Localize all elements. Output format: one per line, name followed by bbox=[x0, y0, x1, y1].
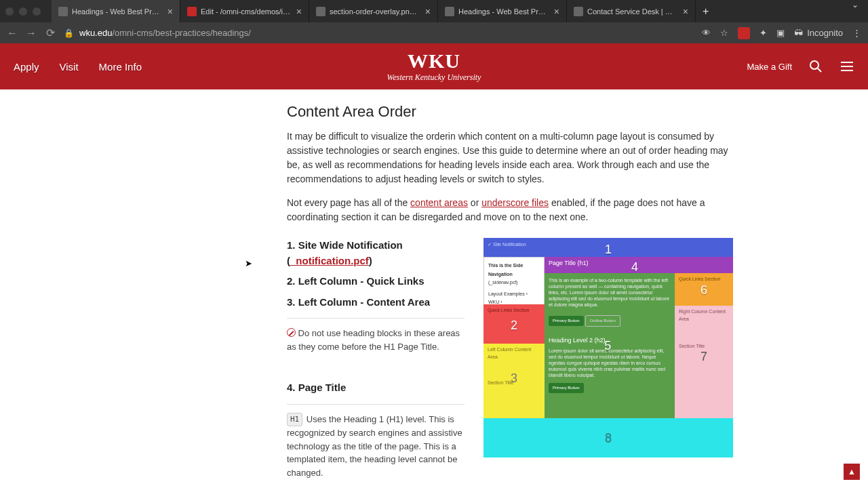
site-logo[interactable]: WKU Western Kentucky University bbox=[387, 51, 481, 83]
link-notification-pcf[interactable]: _notification.pcf bbox=[290, 255, 369, 266]
hamburger-icon[interactable] bbox=[840, 59, 854, 74]
browser-toolbar: ← → ⟳ 🔒 wku.edu/omni-cms/best-practices/… bbox=[0, 22, 868, 43]
bookmark-icon[interactable]: ☆ bbox=[720, 28, 728, 38]
section-order-diagram: ✓ Site Notification 1 This is the Side N… bbox=[484, 238, 733, 458]
new-tab-button[interactable]: + bbox=[696, 0, 715, 22]
divider bbox=[287, 404, 465, 405]
h1-badge: H1 bbox=[287, 413, 302, 427]
link-content-areas[interactable]: content areas bbox=[410, 197, 468, 208]
diagram-column: ✓ Site Notification 1 This is the Side N… bbox=[484, 238, 734, 488]
tab-strip: Headings - Web Best Practice × Edit - /o… bbox=[52, 0, 863, 22]
close-window[interactable] bbox=[5, 7, 14, 16]
eye-off-icon[interactable]: 👁 bbox=[702, 28, 711, 38]
diagram-region-6: Quick Links Section 6 bbox=[675, 273, 733, 306]
two-column-layout: 1. Site Wide Notification (_notification… bbox=[287, 238, 734, 488]
scroll-to-top-button[interactable]: ▲ bbox=[844, 464, 860, 480]
logo-mark: WKU bbox=[387, 51, 481, 71]
close-icon[interactable]: × bbox=[425, 6, 431, 17]
order-list: 1. Site Wide Notification (_notification… bbox=[287, 238, 465, 488]
favicon bbox=[445, 7, 454, 16]
prohibited-icon bbox=[287, 328, 296, 337]
close-icon[interactable]: × bbox=[683, 6, 688, 17]
diagram-region-3: Left Column Content Area 3 Section Title bbox=[484, 344, 545, 418]
tab-title: section-order-overlay.png (12 bbox=[330, 7, 421, 16]
favicon bbox=[58, 7, 68, 16]
header-nav-right: Make a Gift bbox=[747, 59, 854, 74]
tab-title: Contact Service Desk | Weste bbox=[587, 7, 679, 16]
svg-line-1 bbox=[818, 68, 821, 72]
favicon bbox=[316, 7, 326, 16]
close-icon[interactable]: × bbox=[554, 6, 559, 17]
incognito-indicator[interactable]: 🕶 Incognito bbox=[794, 28, 843, 38]
incognito-icon: 🕶 bbox=[794, 28, 803, 38]
h1-note: H1 Uses the Heading 1 (H1) level. This i… bbox=[287, 413, 465, 480]
favicon bbox=[187, 7, 197, 16]
extension-ublock-icon[interactable] bbox=[738, 27, 750, 39]
svg-point-0 bbox=[810, 61, 818, 69]
site-header: Apply Visit More Info WKU Western Kentuc… bbox=[0, 43, 868, 89]
intro-paragraph-2: Not every page has all of the content ar… bbox=[287, 196, 734, 224]
link-underscore-files[interactable]: underscore files bbox=[481, 197, 549, 208]
search-icon[interactable] bbox=[808, 59, 823, 74]
close-icon[interactable]: × bbox=[167, 6, 173, 17]
address-bar[interactable]: 🔒 wku.edu/omni-cms/best-practices/headin… bbox=[64, 28, 694, 38]
maximize-window[interactable] bbox=[33, 7, 41, 16]
tab-1[interactable]: Headings - Web Best Practice × bbox=[52, 0, 180, 22]
tab-title: Edit - /omni-cms/demos/inde bbox=[201, 7, 292, 16]
url-domain: wku.edu bbox=[79, 28, 112, 38]
tab-title: Headings - Web Best Practice bbox=[72, 7, 163, 16]
header-nav-left: Apply Visit More Info bbox=[14, 61, 142, 73]
tab-5[interactable]: Contact Service Desk | Weste × bbox=[567, 0, 696, 22]
tab-title: Headings - Web Best Practice bbox=[458, 7, 550, 16]
toolbar-right: 👁 ☆ ✦ ▣ 🕶 Incognito ⋮ bbox=[702, 27, 861, 39]
intro-paragraph-1: It may be difficult to visualize the ord… bbox=[287, 129, 734, 186]
diagram-region-1: ✓ Site Notification 1 bbox=[484, 238, 733, 257]
page-content: Content Area Order It may be difficult t… bbox=[0, 89, 868, 488]
order-item-3: 3. Left Column - Content Area bbox=[287, 295, 465, 310]
section-heading: Content Area Order bbox=[287, 100, 734, 123]
order-item-4: 4. Page Title bbox=[287, 380, 465, 396]
incognito-label: Incognito bbox=[807, 28, 843, 38]
tabs-overflow-icon[interactable]: ⌄ bbox=[848, 0, 863, 22]
minimize-window[interactable] bbox=[19, 7, 27, 16]
extensions-icon[interactable]: ✦ bbox=[760, 28, 767, 38]
nav-more-info[interactable]: More Info bbox=[99, 61, 142, 73]
favicon bbox=[574, 7, 583, 16]
sidepanel-icon[interactable]: ▣ bbox=[776, 28, 785, 38]
nav-visit[interactable]: Visit bbox=[60, 61, 79, 73]
diagram-region-2: Quick Links Section 2 bbox=[484, 304, 545, 344]
tab-3[interactable]: section-order-overlay.png (12 × bbox=[309, 0, 438, 22]
diagram-region-4: Page Title (h1) 4 bbox=[545, 257, 733, 273]
nav-make-gift[interactable]: Make a Gift bbox=[747, 62, 792, 72]
divider bbox=[287, 318, 465, 319]
order-item-1: 1. Site Wide Notification (_notification… bbox=[287, 238, 465, 268]
forward-button[interactable]: → bbox=[26, 27, 37, 39]
browser-title-bar: Headings - Web Best Practice × Edit - /o… bbox=[0, 0, 868, 22]
order-item-2: 2. Left Column - Quick Links bbox=[287, 274, 465, 289]
close-icon[interactable]: × bbox=[296, 6, 302, 17]
tab-2[interactable]: Edit - /omni-cms/demos/inde × bbox=[180, 0, 309, 22]
logo-subtitle: Western Kentucky University bbox=[387, 73, 481, 83]
lock-icon: 🔒 bbox=[64, 28, 74, 38]
warning-note: Do not use heading blocks in these areas… bbox=[287, 327, 465, 353]
tab-4[interactable]: Headings - Web Best Practice × bbox=[438, 0, 567, 22]
page-viewport: Apply Visit More Info WKU Western Kentuc… bbox=[0, 43, 868, 488]
menu-icon[interactable]: ⋮ bbox=[852, 28, 861, 38]
diagram-region-8: 8 bbox=[484, 418, 733, 458]
url-path: /omni-cms/best-practices/headings/ bbox=[112, 28, 250, 38]
window-controls bbox=[5, 7, 41, 16]
article: Content Area Order It may be difficult t… bbox=[287, 100, 734, 488]
reload-button[interactable]: ⟳ bbox=[45, 26, 56, 39]
nav-apply[interactable]: Apply bbox=[14, 61, 39, 73]
back-button[interactable]: ← bbox=[7, 27, 18, 39]
